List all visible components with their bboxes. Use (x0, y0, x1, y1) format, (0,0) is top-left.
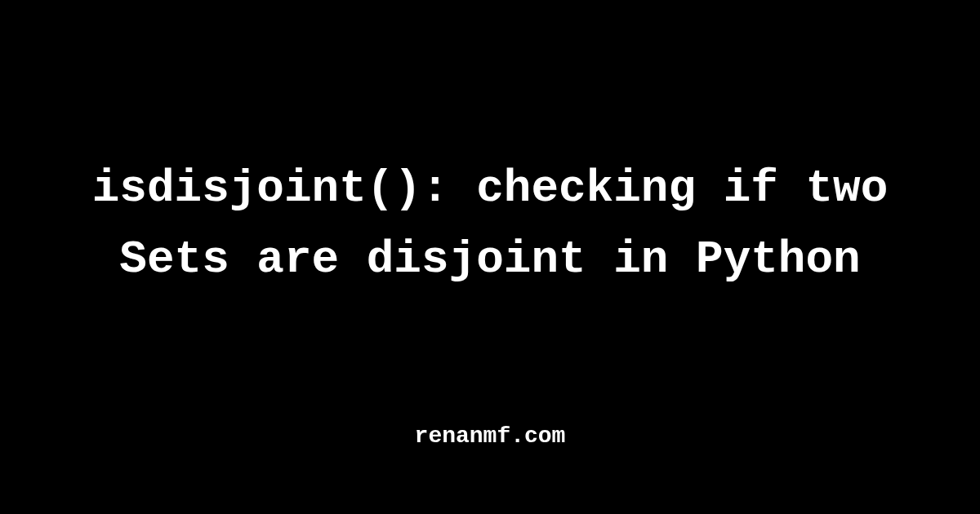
article-title: isdisjoint(): checking if two Sets are d… (49, 153, 931, 295)
site-attribution: renanmf.com (415, 423, 566, 449)
card-container: isdisjoint(): checking if two Sets are d… (0, 0, 980, 514)
